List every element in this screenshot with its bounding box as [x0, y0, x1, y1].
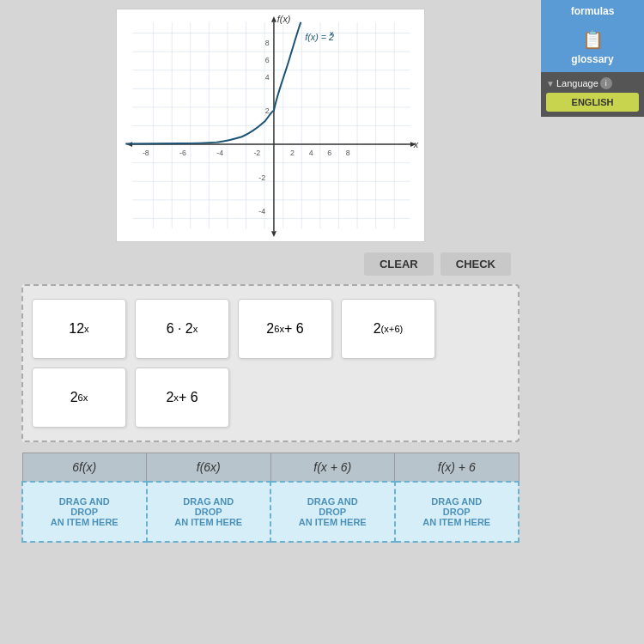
formulas-button[interactable]: formulas	[541, 0, 644, 22]
svg-text:6: 6	[265, 56, 270, 64]
info-icon: i	[600, 77, 612, 89]
svg-text:-2: -2	[258, 173, 265, 182]
drag-item-3[interactable]: 26x + 6	[238, 299, 332, 359]
svg-text:f(x): f(x)	[277, 14, 291, 24]
drop-header-4: f(x) + 6	[395, 453, 519, 483]
svg-text:4: 4	[309, 149, 313, 157]
svg-text:6: 6	[327, 149, 331, 157]
drop-zone-1[interactable]: DRAG ANDDROPAN ITEM HERE	[22, 482, 147, 542]
drag-item-5[interactable]: 26x	[32, 368, 126, 428]
drop-header-3: f(x + 6)	[270, 453, 395, 483]
graph-container: x f(x) -8 -6 -4 -2 2 4 6 8 8 6 4 2 -2 -4	[116, 9, 425, 242]
glossary-icon: 📋	[582, 29, 604, 50]
formulas-label: formulas	[571, 5, 615, 17]
svg-text:2: 2	[290, 149, 295, 157]
svg-text:8: 8	[346, 149, 350, 157]
svg-text:-2: -2	[253, 149, 260, 157]
drag-item-2[interactable]: 6 · 2x	[135, 299, 229, 359]
top-right-panel: formulas 📋 glossary ▼ Language i ENGLISH	[541, 0, 644, 117]
drop-zone-4[interactable]: DRAG ANDDROPAN ITEM HERE	[395, 482, 519, 542]
clear-button[interactable]: CLEAR	[364, 252, 434, 276]
svg-text:4: 4	[265, 73, 270, 82]
drag-item-4[interactable]: 2(x+6)	[341, 299, 435, 359]
drop-zone-3[interactable]: DRAG ANDDROPAN ITEM HERE	[270, 482, 395, 542]
svg-text:-4: -4	[258, 208, 265, 216]
triangle-icon: ▼	[546, 79, 555, 88]
drop-zones-table: 6f(x) f(6x) f(x + 6) f(x) + 6 DRAG ANDDR…	[21, 453, 519, 543]
svg-text:x: x	[413, 139, 419, 149]
buttons-row: CLEAR CHECK	[13, 252, 528, 276]
drop-zone-2[interactable]: DRAG ANDDROPAN ITEM HERE	[147, 482, 271, 542]
glossary-button[interactable]: 📋 glossary	[541, 22, 644, 72]
items-pool: 12x 6 · 2x 26x + 6 2(x+6) 26x 2x + 6	[21, 284, 519, 442]
language-text: Language	[556, 78, 598, 88]
drop-header-2: f(6x)	[147, 453, 271, 483]
graph-svg: x f(x) -8 -6 -4 -2 2 4 6 8 8 6 4 2 -2 -4	[121, 14, 422, 237]
svg-text:-6: -6	[179, 149, 186, 157]
svg-text:x: x	[329, 29, 334, 38]
language-section: ▼ Language i ENGLISH	[541, 72, 644, 117]
check-button[interactable]: CHECK	[440, 252, 511, 276]
language-label-row: ▼ Language i	[546, 77, 639, 89]
svg-text:8: 8	[265, 39, 270, 47]
svg-text:-4: -4	[216, 149, 223, 157]
main-content: x f(x) -8 -6 -4 -2 2 4 6 8 8 6 4 2 -2 -4	[0, 0, 541, 551]
english-label: ENGLISH	[572, 97, 614, 107]
drag-item-6[interactable]: 2x + 6	[135, 368, 229, 428]
svg-text:2: 2	[265, 106, 270, 115]
svg-text:-8: -8	[143, 149, 149, 157]
glossary-label: glossary	[571, 53, 613, 65]
english-button[interactable]: ENGLISH	[546, 93, 639, 112]
drag-item-1[interactable]: 12x	[32, 299, 126, 359]
svg-rect-0	[124, 14, 418, 237]
drop-header-1: 6f(x)	[22, 453, 147, 483]
